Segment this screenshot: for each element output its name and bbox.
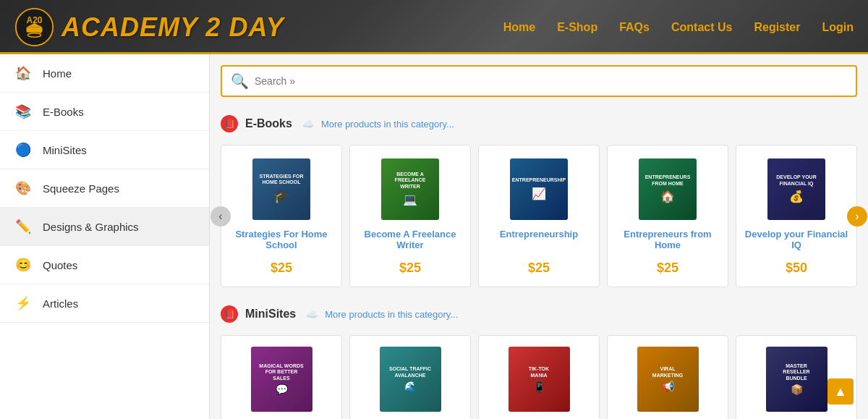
articles-icon: ⚡ (14, 295, 32, 312)
sidebar-item-squeeze[interactable]: 🎨 Squeeze Pages (0, 169, 209, 208)
product-img-ebook-5: DEVELOP YOURFINANCIAL IQ 💰 (744, 156, 849, 221)
designs-icon: ✏️ (14, 218, 32, 235)
minisites-products-grid: MAGICAL WORDSFOR BETTERSALES 💬 Magical W… (221, 335, 857, 419)
nav-contact[interactable]: Contact Us (671, 21, 732, 34)
product-title-ebook-1[interactable]: Strategies For Home School (229, 229, 334, 255)
ebooks-products-grid: ‹ STRATEGIES FORHOME SCHOOL 🎓 Strategies… (221, 145, 857, 287)
product-price-ebook-5: $50 (786, 261, 807, 276)
sidebar-item-home[interactable]: 🏠 Home (0, 54, 209, 93)
product-title-ebook-4[interactable]: Entrepreneurs from Home (615, 229, 720, 255)
product-price-ebook-2: $25 (399, 261, 421, 276)
product-img-mini-4: VIRALMARKETING 📢 (615, 347, 720, 412)
product-card-mini-3[interactable]: TIK-TOKMANIA 📱 TikTok Mania (478, 335, 600, 419)
ebooks-section-header: 📕 E-Books ☁️ More products in this categ… (221, 111, 857, 136)
main-layout: 🏠 Home 📚 E-Books 🔵 MiniSites 🎨 Squeeze P… (0, 54, 868, 419)
product-card-ebook-3[interactable]: ENTREPRENEURSHIP 📈 Entrepreneurship $25 (478, 145, 600, 287)
sidebar-label-articles: Articles (43, 297, 78, 310)
sidebar-label-home: Home (43, 67, 72, 80)
header: A20 ACADEMY 2 DAY Home E-Shop FAQs Conta… (0, 0, 868, 54)
home-icon: 🏠 (14, 64, 32, 82)
ebooks-more-link[interactable]: More products in this category... (321, 119, 454, 130)
sidebar-item-articles[interactable]: ⚡ Articles (0, 284, 209, 323)
quotes-icon: 😊 (14, 256, 32, 274)
minisites-section-header: 📕 MiniSites ☁️ More products in this cat… (221, 302, 857, 326)
content-area: 🔍 📕 E-Books ☁️ More products in this cat… (210, 54, 868, 419)
product-card-mini-4[interactable]: VIRALMARKETING 📢 Viral Marketing (607, 335, 728, 419)
ebooks-section-label: E-Books (245, 117, 292, 130)
product-card-mini-2[interactable]: SOCIAL TRAFFICAVALANCHE 🌊 Social Traffic… (349, 335, 471, 419)
product-card-ebook-2[interactable]: BECOME AFREELANCEWRITER 💻 Become A Freel… (349, 145, 471, 287)
sidebar-label-quotes: Quotes (43, 259, 77, 271)
ebooks-section-icon: 📕 (221, 115, 238, 132)
product-price-ebook-4: $25 (657, 261, 678, 276)
sidebar-item-designs[interactable]: ✏️ Designs & Graphics (0, 208, 209, 246)
sidebar: 🏠 Home 📚 E-Books 🔵 MiniSites 🎨 Squeeze P… (0, 54, 210, 419)
ebooks-next-button[interactable]: › (847, 206, 867, 227)
product-title-ebook-5[interactable]: Develop your Financial IQ (744, 229, 849, 255)
sidebar-label-squeeze: Squeeze Pages (43, 182, 119, 195)
nav-eshop[interactable]: E-Shop (557, 21, 597, 34)
search-bar: 🔍 (221, 65, 857, 97)
product-img-mini-3: TIK-TOKMANIA 📱 (486, 347, 592, 412)
nav-menu: Home E-Shop FAQs Contact Us Register Log… (503, 21, 854, 34)
sidebar-item-ebooks[interactable]: 📚 E-Books (0, 93, 209, 131)
product-title-ebook-2[interactable]: Become A Freelance Writer (357, 229, 463, 255)
sidebar-label-ebooks: E-Books (43, 106, 84, 118)
product-card-mini-1[interactable]: MAGICAL WORDSFOR BETTERSALES 💬 Magical W… (221, 335, 342, 419)
product-card-ebook-1[interactable]: STRATEGIES FORHOME SCHOOL 🎓 Strategies F… (221, 145, 342, 287)
sidebar-item-quotes[interactable]: 😊 Quotes (0, 246, 209, 284)
sidebar-label-designs: Designs & Graphics (43, 221, 139, 233)
nav-login[interactable]: Login (822, 21, 854, 34)
logo-text: ACADEMY 2 DAY (61, 12, 284, 43)
product-img-ebook-1: STRATEGIES FORHOME SCHOOL 🎓 (229, 156, 334, 221)
product-img-ebook-2: BECOME AFREELANCEWRITER 💻 (357, 156, 463, 221)
minisites-section-label: MiniSites (245, 308, 296, 321)
product-card-ebook-4[interactable]: ENTREPRENEURSFROM HOME 🏠 Entrepreneurs f… (607, 145, 728, 287)
product-price-ebook-1: $25 (271, 261, 292, 276)
ebooks-icon: 📚 (14, 103, 32, 120)
search-icon: 🔍 (231, 72, 249, 90)
nav-faqs[interactable]: FAQs (619, 21, 650, 34)
product-img-ebook-4: ENTREPRENEURSFROM HOME 🏠 (615, 156, 720, 221)
product-card-mini-5[interactable]: MASTERRESELLERBUNDLE 📦 Master Reseller B… (736, 335, 857, 419)
ebooks-prev-button[interactable]: ‹ (210, 206, 231, 227)
squeeze-icon: 🎨 (14, 179, 32, 197)
product-img-mini-2: SOCIAL TRAFFICAVALANCHE 🌊 (357, 347, 463, 412)
sidebar-label-minisites: MiniSites (43, 144, 87, 156)
nav-home[interactable]: Home (503, 21, 535, 34)
product-card-ebook-5[interactable]: DEVELOP YOURFINANCIAL IQ 💰 Develop your … (736, 145, 857, 287)
cloud-icon: ☁️ (302, 119, 314, 130)
logo-icon: A20 (14, 7, 54, 47)
minisites-more-link[interactable]: More products in this category... (325, 309, 458, 320)
search-input[interactable] (255, 75, 847, 87)
minisites-section-icon: 📕 (221, 305, 238, 323)
cloud-icon-2: ☁️ (306, 309, 318, 320)
product-title-ebook-3[interactable]: Entrepreneurship (500, 229, 578, 255)
product-img-mini-1: MAGICAL WORDSFOR BETTERSALES 💬 (229, 347, 334, 412)
nav-register[interactable]: Register (754, 21, 800, 34)
svg-point-5 (39, 30, 42, 33)
product-img-ebook-3: ENTREPRENEURSHIP 📈 (486, 156, 592, 221)
logo-area: A20 ACADEMY 2 DAY (14, 7, 284, 47)
sidebar-item-minisites[interactable]: 🔵 MiniSites (0, 131, 209, 169)
product-price-ebook-3: $25 (528, 261, 550, 276)
scroll-to-top-button[interactable]: ▲ (827, 378, 854, 405)
minisites-icon: 🔵 (14, 141, 32, 158)
